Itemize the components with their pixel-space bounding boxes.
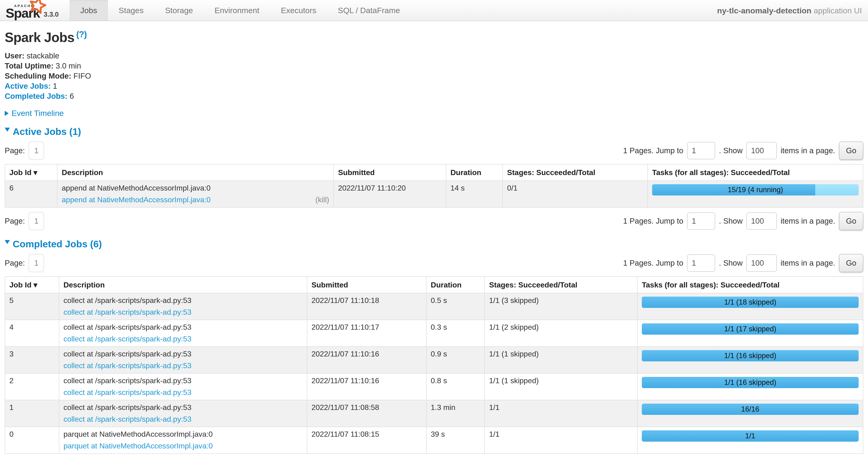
job-description-link[interactable]: parquet at NativeMethodAccessorImpl.java…: [64, 441, 213, 451]
col-duration[interactable]: Duration: [446, 164, 503, 181]
col-tasks[interactable]: Tasks (for all stages): Succeeded/Total: [637, 277, 863, 293]
tab-executors[interactable]: Executors: [270, 0, 327, 21]
tab-jobs[interactable]: Jobs: [70, 0, 108, 21]
col-tasks[interactable]: Tasks (for all stages): Succeeded/Total: [648, 164, 863, 181]
go-button[interactable]: Go: [839, 212, 863, 230]
job-description-link[interactable]: append at NativeMethodAccessorImpl.java:…: [62, 195, 211, 204]
job-description-link[interactable]: collect at /spark-scripts/spark-ad.py:53: [64, 334, 191, 344]
job-id-cell: 4: [5, 320, 59, 347]
progress-label: 1/1 (16 skipped): [642, 377, 859, 388]
table-row: 4 collect at /spark-scripts/spark-ad.py:…: [5, 320, 863, 347]
task-progress-bar: 1/1: [642, 430, 859, 442]
tasks-cell: 1/1 (17 skipped): [637, 320, 863, 347]
items-per-page-input[interactable]: [746, 254, 777, 272]
submitted-cell: 2022/11/07 11:10:16: [307, 347, 426, 373]
summary-user: User: stackable: [5, 51, 863, 61]
current-page-indicator: 1: [29, 212, 44, 230]
show-text: . Show: [719, 217, 743, 226]
go-button[interactable]: Go: [839, 254, 863, 272]
current-page-indicator: 1: [29, 254, 44, 272]
jump-to-page-input[interactable]: [687, 254, 715, 272]
tab-stages[interactable]: Stages: [108, 0, 154, 21]
table-row: 0 parquet at NativeMethodAccessorImpl.ja…: [5, 427, 863, 454]
show-text: . Show: [719, 146, 743, 155]
job-description-link[interactable]: collect at /spark-scripts/spark-ad.py:53: [64, 415, 191, 424]
job-description: collect at /spark-scripts/spark-ad.py:53: [64, 376, 303, 385]
job-id-cell: 6: [5, 181, 57, 207]
stages-cell: 1/1 (2 skipped): [485, 320, 637, 347]
duration-cell: 0.9 s: [426, 347, 485, 373]
show-text: . Show: [719, 259, 743, 267]
application-name: ny-tlc-anomaly-detection: [717, 6, 811, 15]
table-row: 3 collect at /spark-scripts/spark-ad.py:…: [5, 347, 863, 373]
tab-storage[interactable]: Storage: [154, 0, 204, 21]
items-per-page-input[interactable]: [746, 212, 777, 230]
job-description-link[interactable]: collect at /spark-scripts/spark-ad.py:53: [64, 307, 191, 317]
completed-jobs-link[interactable]: Completed Jobs:: [5, 92, 67, 101]
description-cell: collect at /spark-scripts/spark-ad.py:53…: [59, 293, 307, 320]
duration-cell: 0.8 s: [426, 373, 485, 400]
active-jobs-link[interactable]: Active Jobs:: [5, 82, 51, 90]
completed-jobs-section-header[interactable]: Completed Jobs (6): [5, 239, 863, 250]
col-duration[interactable]: Duration: [426, 277, 485, 293]
application-title: ny-tlc-anomaly-detection application UI: [717, 0, 862, 21]
job-summary: User: stackable Total Uptime: 3.0 min Sc…: [5, 51, 863, 101]
pages-count-text: 1 Pages. Jump to: [623, 259, 683, 267]
col-submitted[interactable]: Submitted: [307, 277, 426, 293]
progress-label: 1/1 (18 skipped): [642, 296, 859, 308]
job-description: append at NativeMethodAccessorImpl.java:…: [62, 183, 329, 193]
current-page-indicator: 1: [29, 142, 44, 160]
job-id-cell: 1: [5, 400, 59, 427]
col-stages[interactable]: Stages: Succeeded/Total: [502, 164, 648, 181]
kill-link[interactable]: (kill): [315, 195, 329, 204]
stages-cell: 1/1: [485, 400, 637, 427]
col-stages[interactable]: Stages: Succeeded/Total: [485, 277, 637, 293]
table-row: 6 append at NativeMethodAccessorImpl.jav…: [5, 181, 863, 207]
jump-to-page-input[interactable]: [687, 212, 715, 230]
summary-completed-jobs: Completed Jobs: 6: [5, 91, 863, 101]
job-description: parquet at NativeMethodAccessorImpl.java…: [64, 429, 303, 439]
nav-tabs: Jobs Stages Storage Environment Executor…: [70, 0, 411, 21]
task-progress-bar: 1/1 (17 skipped): [642, 323, 859, 335]
col-description[interactable]: Description: [59, 277, 307, 293]
duration-cell: 0.3 s: [426, 320, 485, 347]
description-cell: collect at /spark-scripts/spark-ad.py:53…: [59, 400, 307, 427]
col-description[interactable]: Description: [57, 164, 334, 181]
spark-logo: APACHE Spark: [5, 0, 40, 19]
tasks-cell: 16/16: [637, 400, 863, 427]
progress-label: 1/1: [642, 430, 859, 442]
stages-cell: 1/1 (1 skipped): [485, 373, 637, 400]
progress-label: 15/19 (4 running): [652, 184, 859, 196]
tasks-cell: 15/19 (4 running): [648, 181, 863, 207]
active-jobs-section-header[interactable]: Active Jobs (1): [5, 126, 863, 137]
progress-label: 1/1 (17 skipped): [642, 323, 859, 335]
jump-to-page-input[interactable]: [687, 142, 715, 159]
page-label: Page:: [5, 217, 25, 226]
col-submitted[interactable]: Submitted: [334, 164, 446, 181]
pagination-row: Page: 1 1 Pages. Jump to . Show items in…: [5, 254, 863, 272]
tab-sql-dataframe[interactable]: SQL / DataFrame: [327, 0, 411, 21]
col-job-id[interactable]: Job Id ▾: [5, 277, 59, 293]
task-progress-bar: 1/1 (16 skipped): [642, 350, 859, 361]
help-link[interactable]: (?): [76, 30, 87, 39]
page-label: Page:: [5, 259, 25, 267]
duration-cell: 14 s: [446, 181, 503, 207]
event-timeline-toggle[interactable]: Event Timeline: [5, 109, 863, 118]
table-row: 2 collect at /spark-scripts/spark-ad.py:…: [5, 373, 863, 400]
summary-active-jobs: Active Jobs: 1: [5, 81, 863, 91]
job-description-link[interactable]: collect at /spark-scripts/spark-ad.py:53: [64, 388, 191, 397]
table-row: 1 collect at /spark-scripts/spark-ad.py:…: [5, 400, 863, 427]
navbar: APACHE Spark 3.3.0 Jobs Stages Storage E…: [0, 0, 868, 21]
job-description-link[interactable]: collect at /spark-scripts/spark-ad.py:53: [64, 361, 191, 370]
job-description: collect at /spark-scripts/spark-ad.py:53: [64, 322, 303, 332]
collapsed-arrow-icon: [5, 111, 9, 116]
tab-environment[interactable]: Environment: [204, 0, 270, 21]
submitted-cell: 2022/11/07 11:10:17: [307, 320, 426, 347]
go-button[interactable]: Go: [839, 142, 863, 160]
page-label: Page:: [5, 146, 25, 155]
col-job-id[interactable]: Job Id ▾: [5, 164, 57, 181]
items-per-page-input[interactable]: [746, 142, 777, 159]
task-progress-bar: 1/1 (16 skipped): [642, 377, 859, 388]
spark-brand: APACHE Spark 3.3.0: [0, 0, 61, 21]
description-cell: append at NativeMethodAccessorImpl.java:…: [57, 181, 334, 207]
